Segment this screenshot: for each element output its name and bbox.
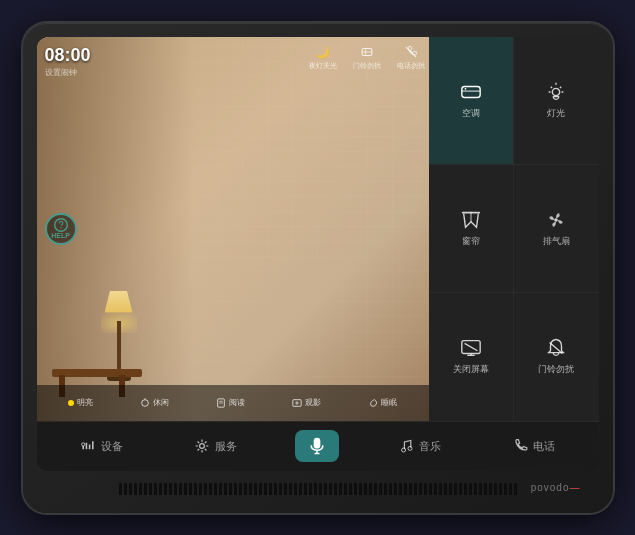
svg-point-12 <box>295 401 298 404</box>
music-nav-label: 音乐 <box>419 439 441 454</box>
grille-hole <box>394 483 397 495</box>
dnd-label: 门铃勿扰 <box>538 363 574 376</box>
grille-hole <box>254 483 257 495</box>
fan-icon <box>545 209 567 231</box>
left-panel: 08:00 设置闹钟 HELP 🌙 夜灯关光 <box>37 37 429 421</box>
svg-point-16 <box>553 88 560 95</box>
grille-hole <box>184 483 187 495</box>
svg-rect-39 <box>314 438 321 449</box>
grille-hole <box>429 483 432 495</box>
grille-hole <box>284 483 287 495</box>
svg-point-19 <box>554 218 558 222</box>
mic-nav-icon <box>307 436 327 456</box>
bright-label: 明亮 <box>77 397 93 408</box>
grille-hole <box>324 483 327 495</box>
grille-hole <box>389 483 392 495</box>
scene-sleep[interactable]: 睡眠 <box>368 397 397 408</box>
ctrl-fan[interactable]: 排气扇 <box>514 165 599 292</box>
grille-hole <box>369 483 372 495</box>
nightlight-label: 夜灯关光 <box>309 61 337 71</box>
help-text: HELP <box>51 232 70 239</box>
phone-nav-icon <box>512 438 528 454</box>
dnd-bell-icon <box>545 337 567 359</box>
phone-dnd-label: 电话勿扰 <box>397 61 425 71</box>
grille-hole <box>174 483 177 495</box>
grille-hole <box>499 483 502 495</box>
svg-point-42 <box>402 448 406 452</box>
grille-hole <box>224 483 227 495</box>
nav-service[interactable]: 服务 <box>182 432 249 460</box>
nightlight-icon: 🌙 <box>315 45 330 59</box>
grille-hole <box>444 483 447 495</box>
service-nav-label: 服务 <box>215 439 237 454</box>
scene-relax[interactable]: 休闲 <box>140 397 169 408</box>
ctrl-ac[interactable]: 空调 <box>429 37 514 164</box>
quick-phone-dnd[interactable]: 电话勿扰 <box>397 45 425 71</box>
quick-doorbell[interactable]: 门铃勿扰 <box>353 45 381 71</box>
smart-panel-device: 08:00 设置闹钟 HELP 🌙 夜灯关光 <box>23 23 613 513</box>
scene-read[interactable]: 阅读 <box>216 397 245 408</box>
grille-hole <box>159 483 162 495</box>
grille-hole <box>334 483 337 495</box>
nav-phone[interactable]: 电话 <box>500 432 567 460</box>
svg-line-23 <box>464 344 477 351</box>
grille-hole <box>494 483 497 495</box>
ctrl-light[interactable]: 灯光 <box>514 37 599 164</box>
music-nav-icon <box>398 438 414 454</box>
table-top <box>52 369 142 377</box>
grille-hole <box>404 483 407 495</box>
grille-hole <box>314 483 317 495</box>
ctrl-screen-off[interactable]: 关闭屏幕 <box>429 293 514 420</box>
grille-hole <box>169 483 172 495</box>
nav-music[interactable]: 音乐 <box>386 432 453 460</box>
svg-line-36 <box>204 449 206 451</box>
grille-hole <box>479 483 482 495</box>
nav-mic[interactable] <box>295 430 339 462</box>
grille-hole <box>504 483 507 495</box>
ac-icon <box>460 81 482 103</box>
grille-hole <box>134 483 137 495</box>
sleep-icon <box>368 398 378 408</box>
grille-hole <box>374 483 377 495</box>
speaker-grille <box>37 475 599 503</box>
grille-hole <box>229 483 232 495</box>
movie-label: 观影 <box>305 397 321 408</box>
grille-hole <box>409 483 412 495</box>
quick-actions-bar: 🌙 夜灯关光 门铃勿扰 <box>309 45 425 71</box>
movie-icon <box>292 398 302 408</box>
grille-hole <box>164 483 167 495</box>
time-display: 08:00 <box>45 45 91 66</box>
scene-movie[interactable]: 观影 <box>292 397 321 408</box>
ctrl-dnd[interactable]: 门铃勿扰 <box>514 293 599 420</box>
grille-hole <box>144 483 147 495</box>
grille-hole <box>239 483 242 495</box>
grille-hole <box>344 483 347 495</box>
grille-hole <box>259 483 262 495</box>
light-icon <box>545 81 567 103</box>
alarm-label: 设置闹钟 <box>45 67 91 78</box>
quick-nightlight[interactable]: 🌙 夜灯关光 <box>309 45 337 71</box>
grille-hole <box>279 483 282 495</box>
svg-point-1 <box>60 227 61 228</box>
help-icon <box>54 218 68 232</box>
service-nav-icon <box>194 438 210 454</box>
svg-line-37 <box>204 442 206 444</box>
grille-hole <box>234 483 237 495</box>
svg-point-6 <box>142 399 149 406</box>
device-nav-icon <box>80 438 96 454</box>
grille-hole <box>514 483 517 495</box>
nav-device[interactable]: 设备 <box>68 432 135 460</box>
svg-point-43 <box>408 446 412 450</box>
grille-hole <box>304 483 307 495</box>
right-control-panel: 空调 灯光 <box>429 37 599 421</box>
svg-point-29 <box>81 443 84 446</box>
brand-label: povodo— <box>531 482 581 493</box>
svg-line-24 <box>550 343 563 354</box>
grille-hole <box>119 483 122 495</box>
grille-hole <box>424 483 427 495</box>
svg-point-30 <box>199 444 204 449</box>
grille-hole <box>454 483 457 495</box>
ctrl-curtain[interactable]: 窗帘 <box>429 165 514 292</box>
help-button[interactable]: HELP <box>45 213 77 245</box>
scene-bright[interactable]: 明亮 <box>68 397 93 408</box>
